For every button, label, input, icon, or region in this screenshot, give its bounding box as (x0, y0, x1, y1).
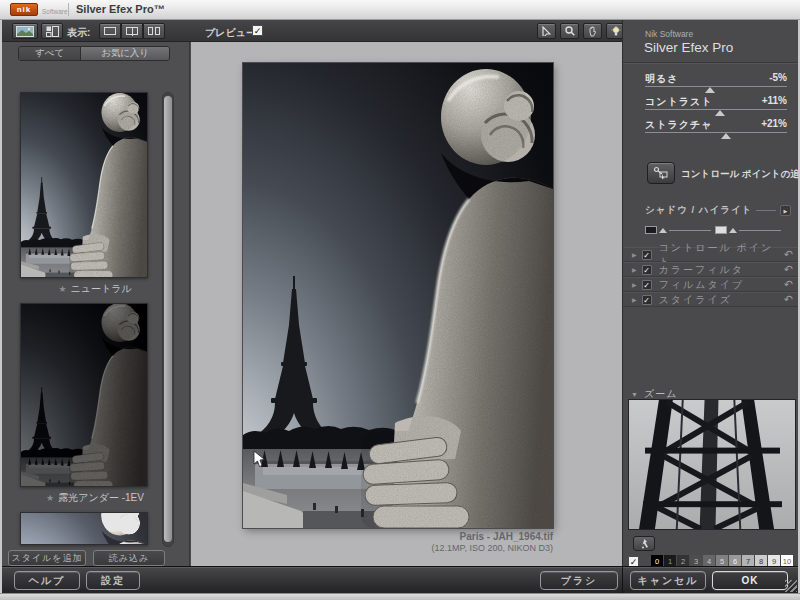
window-bottom-edge (0, 593, 800, 600)
section-control-points[interactable]: ▶ ✓ コントロール ポイント ↶ (623, 247, 800, 262)
control-point-icon (653, 166, 669, 180)
reset-icon[interactable]: ↶ (784, 278, 793, 291)
window-title: Silver Efex Pro™ (76, 3, 165, 15)
nik-logo-subtext: Software (42, 8, 68, 15)
star-icon[interactable]: ★ (46, 493, 54, 503)
resize-grip[interactable] (785, 580, 797, 592)
preset-tabs: すべて お気に入り (18, 46, 170, 61)
zoom-label: ズーム (644, 388, 677, 399)
section-checkbox[interactable]: ✓ (642, 295, 652, 305)
preset-scrollbar-thumb[interactable] (164, 96, 172, 542)
select-tool-button[interactable] (537, 23, 556, 39)
structure-label: ストラクチャ (645, 118, 712, 132)
title-bar: nik Software Silver Efex Pro™ (0, 0, 800, 20)
structure-value: +21% (761, 118, 787, 129)
section-checkbox[interactable]: ✓ (642, 280, 652, 290)
view-split-button[interactable] (121, 23, 143, 39)
highlight-swatch (715, 226, 727, 234)
brightness-label: 明るさ (645, 72, 678, 86)
nik-logo: nik (10, 3, 38, 16)
expand-arrow-icon[interactable]: ▶ (632, 266, 637, 273)
expand-arrow-icon[interactable]: ▶ (632, 296, 637, 303)
preset-thumbnail-partial[interactable] (20, 512, 148, 545)
view-sidebyside-button[interactable] (143, 23, 165, 39)
reset-icon[interactable]: ↶ (784, 293, 793, 306)
star-icon[interactable]: ★ (58, 284, 66, 294)
section-label: フィルムタイプ (659, 278, 784, 292)
footer-divider (622, 567, 623, 594)
highlight-track[interactable] (739, 230, 781, 231)
panel-divider (623, 62, 800, 64)
add-style-button[interactable]: スタイルを追加 (8, 550, 86, 566)
view-split-icon (126, 27, 138, 35)
presets-panel: すべて お気に入り ★ニュートラル ★露光アンダー -1EV スタイルを追加 読… (0, 42, 190, 566)
main-preview-image[interactable] (243, 63, 553, 528)
brightness-value: -5% (769, 72, 787, 83)
adjustments-panel: Nik Software Silver Efex Pro 明るさ -5% コント… (622, 20, 800, 566)
zoom-tool-button[interactable] (560, 23, 579, 39)
help-button[interactable]: ヘルプ (14, 571, 80, 590)
preset-thumbnail-neutral[interactable] (20, 92, 148, 278)
view-single-button[interactable] (99, 23, 121, 39)
reset-icon[interactable]: ↶ (784, 263, 793, 276)
shadow-highlight-label: シャドウ / ハイライト (645, 204, 752, 217)
brightness-track[interactable] (645, 86, 787, 87)
brightness-slider: 明るさ -5% (645, 72, 787, 94)
cancel-button[interactable]: キャンセル (630, 571, 706, 590)
import-button[interactable]: 読み込み (93, 550, 165, 566)
highlight-handle[interactable] (729, 228, 737, 233)
view-single-icon (104, 27, 116, 35)
shadow-highlight-rule (756, 210, 776, 211)
highlight-slider (715, 226, 781, 234)
magnifier-icon (565, 26, 575, 36)
add-control-point-button[interactable] (647, 162, 675, 184)
brand-small: Nik Software (645, 29, 693, 39)
expand-arrow-icon[interactable]: ▶ (632, 251, 637, 258)
image-caption: Paris - JAH_1964.tif (12.1MP, ISO 200, N… (243, 531, 553, 553)
contrast-value: +11% (762, 95, 787, 106)
preset-scrollbar-track[interactable] (162, 92, 174, 547)
main-toolbar: 表示: プレビュー: ✓ (0, 20, 622, 42)
structure-handle[interactable] (721, 133, 731, 139)
shadow-highlight-expand-button[interactable]: ▶ (780, 205, 791, 216)
preset-thumbnail-underexposure[interactable] (20, 303, 148, 487)
zoom-loupe (628, 399, 796, 530)
zone-checkbox[interactable]: ✓ (628, 556, 639, 567)
shadow-highlight-header: シャドウ / ハイライト ▶ (645, 204, 791, 217)
preview-canvas: Paris - JAH_1964.tif (12.1MP, ISO 200, N… (191, 42, 622, 566)
shadow-handle[interactable] (659, 228, 667, 233)
section-checkbox[interactable]: ✓ (642, 250, 652, 260)
image-metadata: (12.1MP, ISO 200, NIKON D3) (243, 543, 553, 553)
grid-view-button[interactable] (41, 23, 63, 39)
view-left-pane-icon (148, 27, 153, 35)
brush-button[interactable]: ブラシ (540, 571, 618, 590)
image-browser-button[interactable] (12, 23, 38, 39)
section-label: スタイライズ (659, 293, 784, 307)
section-color-filter[interactable]: ▶ ✓ カラーフィルタ ↶ (623, 262, 800, 277)
tab-favorites[interactable]: お気に入り (81, 47, 169, 60)
view-label: 表示: (67, 26, 90, 40)
section-label: カラーフィルタ (659, 263, 784, 277)
app-window: nik Software Silver Efex Pro™ 表示: (0, 0, 800, 600)
structure-slider: ストラクチャ +21% (645, 118, 787, 140)
add-control-point-label: コントロール ポイントの追加 (681, 168, 800, 181)
expand-arrow-icon[interactable]: ▶ (632, 281, 637, 288)
footer-bar: ヘルプ 設定 ブラシ キャンセル OK (0, 566, 800, 593)
contrast-handle[interactable] (715, 110, 725, 116)
cursor-arrow-icon (542, 26, 551, 36)
section-stylize[interactable]: ▶ ✓ スタイライズ ↶ (623, 292, 800, 307)
shadow-swatch (645, 226, 657, 234)
ok-button[interactable]: OK (712, 571, 788, 590)
preview-checkbox[interactable]: ✓ (252, 25, 263, 36)
section-film-type[interactable]: ▶ ✓ フィルムタイプ ↶ (623, 277, 800, 292)
structure-track[interactable] (645, 132, 787, 133)
tab-all[interactable]: すべて (19, 47, 81, 60)
section-checkbox[interactable]: ✓ (642, 265, 652, 275)
brightness-handle[interactable] (705, 87, 715, 93)
shadow-track[interactable] (669, 230, 711, 231)
reset-icon[interactable]: ↶ (784, 248, 793, 261)
pan-tool-button[interactable] (583, 23, 602, 39)
lightbulb-icon (611, 26, 621, 37)
settings-button[interactable]: 設定 (86, 571, 140, 590)
loupe-pin-button[interactable] (633, 536, 655, 551)
